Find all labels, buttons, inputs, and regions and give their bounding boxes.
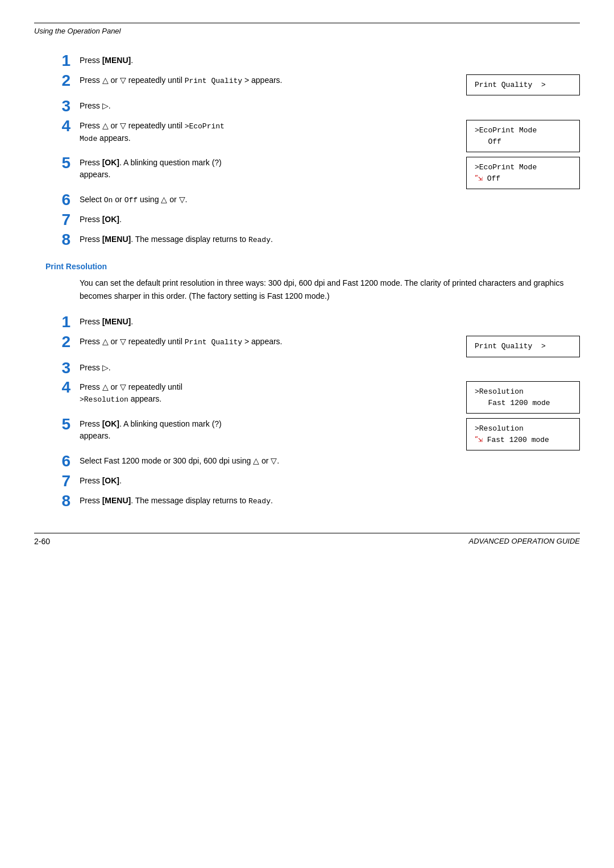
step-text: Press △ or ▽ repeatedly until>Resolution… [80, 379, 580, 414]
header-left: Using the Operation Panel [34, 27, 121, 35]
step-number: 1 [45, 314, 80, 331]
step-2-8: 8 Press [MENU]. The message display retu… [45, 493, 580, 510]
menu-bold: [MENU] [102, 496, 131, 505]
step-2-2: 2 Press △ or ▽ repeatedly until Print Qu… [45, 333, 580, 357]
step-2-1: 1 Press [MENU]. [45, 314, 580, 331]
step-2-5: 5 Press [OK]. A blinking question mark (… [45, 416, 580, 450]
step-1-8: 8 Press [MENU]. The message display retu… [45, 231, 580, 249]
ok-bold: [OK] [102, 419, 119, 428]
step-text-inner: Press △ or ▽ repeatedly until Print Qual… [80, 74, 455, 87]
menu-bold: [MENU] [102, 317, 131, 326]
footer-right: ADVANCED OPERATION GUIDE [468, 537, 580, 545]
code-text: Print Quality [185, 338, 242, 347]
page-footer: 2-60 ADVANCED OPERATION GUIDE [34, 533, 580, 546]
step-text: Press [MENU]. [80, 52, 580, 66]
step-2-6: 6 Select Fast 1200 mode or 300 dpi, 600 … [45, 453, 580, 470]
step-number: 3 [45, 98, 80, 115]
step-number: 8 [45, 493, 80, 510]
step-text: Press [MENU]. [80, 314, 580, 328]
step-2-3: 3 Press ▷. [45, 360, 580, 377]
code-text: Ready [248, 236, 271, 244]
display-box: >Resolution Fast 1200 mode [466, 381, 580, 414]
display-box: Print Quality > [466, 74, 580, 96]
code-text: Ready [248, 497, 271, 506]
main-content: 1 Press [MENU]. 2 Press △ or ▽ repeatedl… [34, 52, 580, 510]
step-number: 2 [45, 72, 80, 90]
page-header: Using the Operation Panel [34, 23, 580, 35]
step-text: Press [OK]. A blinking question mark (?)… [80, 416, 580, 450]
footer-left: 2-60 [34, 537, 50, 546]
step-text: Press △ or ▽ repeatedly until >EcoPrintM… [80, 118, 580, 152]
menu-bold: [MENU] [102, 56, 131, 65]
step-number: 8 [45, 231, 80, 249]
display-box: >EcoPrint Mode ʺ⇲ Off [466, 157, 580, 189]
step-number: 2 [45, 333, 80, 351]
step-text-inner: Press △ or ▽ repeatedly until >EcoPrintM… [80, 120, 455, 144]
step-text: Select Fast 1200 mode or 300 dpi, 600 dp… [80, 453, 580, 467]
step-text: Press [MENU]. The message display return… [80, 231, 580, 246]
step-text: Press ▷. [80, 360, 580, 374]
step-2-7: 7 Press [OK]. [45, 473, 580, 490]
step-text-inner: Press △ or ▽ repeatedly until Print Qual… [80, 336, 455, 348]
step-text-inner: Press [OK]. A blinking question mark (?)… [80, 157, 455, 181]
step-text: Press [OK]. A blinking question mark (?)… [80, 155, 580, 189]
step-text: Press △ or ▽ repeatedly until Print Qual… [80, 333, 580, 357]
step-number: 4 [45, 118, 80, 135]
section2-title: Print Resolution [45, 262, 580, 271]
step-text: Press [MENU]. The message display return… [80, 493, 580, 507]
step-number: 7 [45, 473, 80, 490]
step-number: 6 [45, 453, 80, 470]
step-number: 4 [45, 379, 80, 397]
step-number: 5 [45, 155, 80, 172]
ok-bold: [OK] [102, 476, 119, 485]
code-text: Print Quality [185, 77, 242, 85]
code-text: >EcoPrintMode [80, 122, 225, 143]
step-text: Press ▷. [80, 98, 580, 112]
code-text: On [104, 196, 113, 205]
display-box: >EcoPrint Mode Off [466, 120, 580, 152]
step-number: 6 [45, 191, 80, 209]
step-number: 1 [45, 52, 80, 70]
step-1-3: 3 Press ▷. [45, 98, 580, 115]
step-1-7: 7 Press [OK]. [45, 211, 580, 229]
ok-bold: [OK] [102, 158, 119, 167]
step-number: 5 [45, 416, 80, 433]
step-text-inner: Press △ or ▽ repeatedly until>Resolution… [80, 381, 455, 406]
step-1-4: 4 Press △ or ▽ repeatedly until >EcoPrin… [45, 118, 580, 152]
section2: Print Resolution You can set the default… [45, 262, 580, 510]
step-1-2: 2 Press △ or ▽ repeatedly until Print Qu… [45, 72, 580, 96]
step-2-4: 4 Press △ or ▽ repeatedly until>Resoluti… [45, 379, 580, 414]
step-text: Press △ or ▽ repeatedly until Print Qual… [80, 72, 580, 96]
step-1-5: 5 Press [OK]. A blinking question mark (… [45, 155, 580, 189]
step-1-1: 1 Press [MENU]. [45, 52, 580, 70]
step-text: Select On or Off using △ or ▽. [80, 191, 580, 206]
step-number: 3 [45, 360, 80, 377]
step-text: Press [OK]. [80, 473, 580, 487]
step-text: Press [OK]. [80, 211, 580, 226]
code-text: >Resolution [80, 395, 128, 404]
ok-bold: [OK] [102, 215, 119, 224]
menu-bold: [MENU] [102, 235, 131, 244]
step-1-6: 6 Select On or Off using △ or ▽. [45, 191, 580, 209]
step-number: 7 [45, 211, 80, 229]
step-text-inner: Press [OK]. A blinking question mark (?)… [80, 418, 455, 442]
code-text: Off [125, 196, 138, 205]
section1-steps: 1 Press [MENU]. 2 Press △ or ▽ repeatedl… [45, 52, 580, 248]
display-box: Print Quality > [466, 336, 580, 357]
section2-desc: You can set the default print resolution… [45, 277, 580, 302]
display-box: >Resolution ʺ⇲ Fast 1200 mode [466, 418, 580, 450]
